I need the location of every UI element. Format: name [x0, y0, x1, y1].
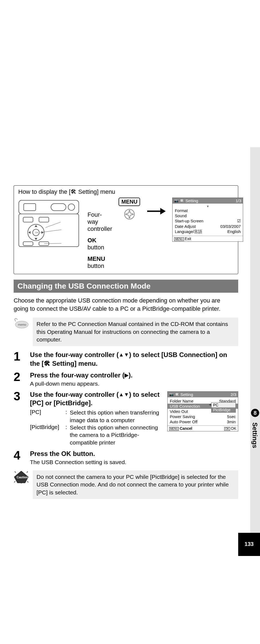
svg-rect-1 [24, 204, 36, 211]
step-2-number: 2 [14, 371, 24, 387]
opt-pb-desc: Select this option when connecting the c… [70, 424, 162, 446]
svg-rect-0 [19, 200, 79, 214]
opt-pc-label: [PC] [30, 409, 65, 424]
svg-line-18 [44, 243, 61, 244]
lcd-screen-1: 📷 🛠 Setting 1/3 ▼ Format Sound Start-up … [172, 198, 243, 242]
intro-paragraph: Choose the appropriate USB connection mo… [14, 297, 230, 313]
step-4-number: 4 [14, 449, 24, 465]
svg-point-3 [68, 204, 75, 210]
usb-opt-pictbridge: PictBridge [211, 407, 235, 412]
howto-title-pre: How to display the [ [18, 188, 71, 195]
lcd1-format: Format [175, 208, 188, 213]
lcd2-power-val: 5sec [227, 414, 236, 419]
step-3-number: 3 [14, 390, 24, 446]
chapter-label: Settings [251, 422, 259, 448]
section-header: Changing the USB Connection Mode [14, 280, 238, 293]
callout-four-way: Four-way controller [87, 211, 112, 232]
wrench-icon: 🛠 [71, 188, 77, 195]
caution-icon: Caution [14, 470, 29, 483]
svg-marker-23 [125, 213, 127, 215]
lcd1-exit: Exit [185, 237, 191, 241]
svg-rect-2 [51, 204, 66, 211]
lcd2-page: 2/3 [231, 392, 236, 397]
lcd2-auto: Auto Power Off [170, 419, 197, 424]
lcd1-page: 1/3 [236, 198, 241, 203]
svg-marker-21 [128, 210, 131, 211]
chapter-number-badge: 8 [251, 409, 259, 417]
check-icon: ☑ [237, 219, 241, 223]
usb-opt-pc: PC [213, 403, 218, 407]
lcd2-folder: Folder Name [170, 399, 194, 403]
lcd-screen-2: 📷 🛠 Setting 2/3 Folder NameStandard USB … [167, 391, 238, 431]
four-way-small-icon [124, 209, 135, 220]
step-4-head: Press the OK button. [30, 449, 238, 458]
lcd2-video: Video Out [170, 409, 188, 414]
down-arrow-icon: ▼ [175, 205, 241, 208]
svg-rect-14 [23, 242, 33, 246]
menu-badge: MENU [119, 198, 140, 206]
menu-label: MENU [87, 255, 105, 262]
svg-text:Caution: Caution [17, 476, 28, 479]
camera-back-diagram: OK [18, 198, 81, 249]
svg-marker-24 [132, 213, 134, 215]
ok-label: OK [87, 237, 96, 244]
step-1-head: Use the four-way controller (▲▼) to sele… [30, 350, 238, 367]
page-number-box: 133 [238, 533, 260, 556]
svg-marker-11 [35, 238, 37, 240]
callout-ok: OK button [87, 237, 112, 251]
arrow-right-icon [147, 206, 166, 217]
left-arrow-icon: ◀ [209, 403, 211, 406]
step-4-sub: The USB Connection setting is saved. [30, 459, 238, 465]
svg-text:OK: OK [35, 231, 38, 234]
lcd1-menu-label: MENU [174, 237, 184, 241]
howto-title: How to display the [🛠 Setting] menu [18, 188, 234, 195]
memo-icon: memo [14, 318, 29, 329]
lcd1-lang-val: English [227, 229, 241, 234]
step-2-head: Press the four-way controller (▶). [30, 371, 238, 379]
right-margin-strip [250, 147, 260, 556]
svg-marker-12 [28, 231, 31, 234]
lcd2-usb: USB Connection [170, 404, 200, 409]
lcd1-startup: Start-up Screen [175, 219, 203, 223]
svg-marker-26 [160, 208, 166, 214]
memo-text: Refer to the PC Connection Manual contai… [33, 318, 238, 346]
svg-text:memo: memo [18, 323, 26, 326]
lcd1-lang: Language/言語 [175, 229, 202, 234]
svg-rect-5 [23, 217, 33, 222]
callout-menu: MENU button [87, 255, 112, 270]
svg-marker-10 [35, 225, 37, 227]
lcd2-power: Power Saving [170, 414, 195, 419]
menu-button-text: button [87, 262, 104, 269]
svg-line-16 [46, 222, 61, 228]
step-2-sub: A pull-down menu appears. [30, 380, 238, 387]
lcd2-menu-label: MENU [169, 427, 179, 431]
step-3-head: Use the four-way controller (▲▼) to sele… [30, 390, 162, 407]
svg-marker-13 [41, 231, 44, 234]
lcd1-title: Setting [185, 198, 234, 203]
svg-rect-6 [39, 217, 49, 222]
lcd1-sound: Sound [175, 213, 186, 218]
howto-display-box: How to display the [🛠 Setting] menu OK [14, 185, 238, 274]
step-1-number: 1 [14, 350, 24, 367]
wrench-icon: 🛠 [180, 199, 184, 203]
ok-button-text: button [87, 244, 104, 251]
lcd1-date-adjust: Date Adjust [175, 224, 196, 229]
camera-icon: 📷 [169, 392, 174, 397]
svg-line-17 [40, 230, 61, 232]
lcd2-auto-val: 3min [227, 419, 236, 424]
lcd2-title: Setting [180, 392, 229, 397]
lcd2-cancel: Cancel [180, 426, 192, 431]
lcd2-ok-box: OK [224, 427, 230, 431]
opt-pc-desc: Select this option when transferring ima… [70, 409, 162, 424]
svg-marker-22 [128, 217, 131, 219]
camera-icon: 📷 [174, 199, 179, 203]
opt-pb-label: [PictBridge] [30, 424, 65, 446]
lcd2-ok: OK [231, 426, 236, 431]
howto-title-post: Setting] menu [77, 188, 115, 195]
caution-text: Do not connect the camera to your PC whi… [33, 470, 238, 499]
wrench-icon: 🛠 [175, 392, 179, 397]
svg-point-20 [128, 212, 131, 216]
usb-dropdown: ◀ PC PictBridge [211, 402, 236, 413]
lcd1-date-val: 03/03/2007 [220, 224, 241, 229]
